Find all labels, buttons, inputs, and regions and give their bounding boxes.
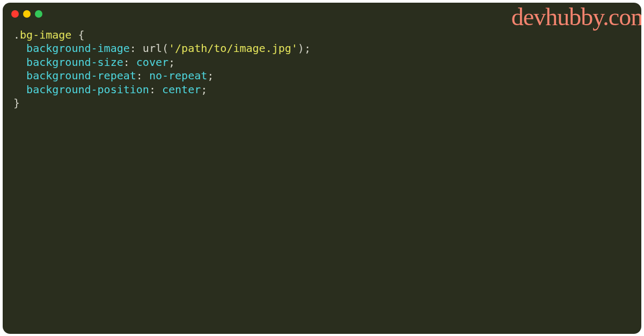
code-token: : [123, 56, 136, 69]
minimize-icon[interactable] [23, 10, 31, 18]
code-window: devhubby.com .bg-image { background-imag… [3, 3, 641, 334]
close-icon[interactable] [11, 10, 19, 18]
code-token: : [149, 83, 162, 96]
code-token: : [130, 42, 143, 55]
code-token: } [13, 96, 20, 109]
code-token: : [136, 69, 149, 82]
code-token: center [162, 83, 201, 96]
code-token: ; [207, 69, 214, 82]
code-token: background-position [26, 83, 149, 96]
code-token: background-image [26, 42, 130, 55]
code-token [13, 42, 26, 55]
code-token: ) [298, 42, 304, 55]
code-token: '/path/to/image.jpg' [169, 42, 298, 55]
code-token: ( [162, 42, 169, 55]
watermark-text: devhubby.com [511, 3, 641, 31]
code-token: no-repeat [149, 69, 207, 82]
code-token: background-repeat [26, 69, 136, 82]
code-token: cover [136, 56, 169, 69]
code-token [13, 56, 26, 69]
code-token [13, 69, 26, 82]
code-token [13, 83, 26, 96]
code-token: background-size [26, 56, 123, 69]
code-token: bg-image [20, 28, 71, 41]
code-token: url [143, 42, 162, 55]
code-token: ; [201, 83, 207, 96]
maximize-icon[interactable] [35, 10, 42, 18]
code-token: . [13, 28, 20, 41]
window-controls [11, 10, 42, 18]
code-token: ; [304, 42, 311, 55]
code-token: ; [169, 56, 175, 69]
code-token: { [71, 28, 84, 41]
code-block: .bg-image { background-image: url('/path… [13, 28, 311, 111]
